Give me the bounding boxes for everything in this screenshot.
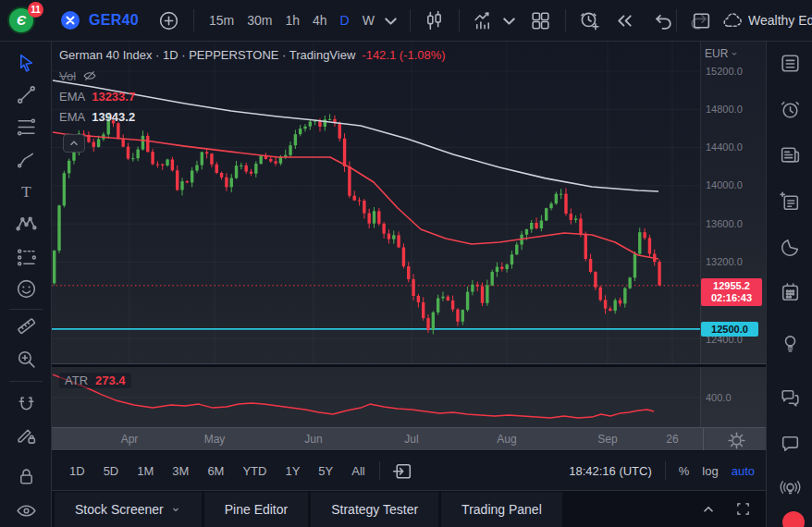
text-notes[interactable] <box>776 188 804 215</box>
public-chats[interactable] <box>776 384 804 411</box>
cloud-sync-icon[interactable] <box>717 5 748 36</box>
log-scale-button[interactable]: log <box>702 464 718 478</box>
tab-pine-editor[interactable]: Pine Editor <box>204 492 308 527</box>
watchlist-icon <box>779 52 802 75</box>
drawing-mode[interactable] <box>12 421 40 448</box>
trend-line-tool[interactable] <box>12 80 40 108</box>
axis-currency[interactable]: EUR <box>705 47 739 60</box>
ema-fast-label[interactable]: EMA <box>59 90 85 104</box>
range-5y[interactable]: 5Y <box>312 460 339 483</box>
ideas-stream[interactable] <box>776 474 804 502</box>
tab-strategy-tester[interactable]: Strategy Tester <box>311 492 438 527</box>
legend-title[interactable]: German 40 Index · 1D · PEPPERSTONE · Tra… <box>59 48 355 62</box>
drawing-mode-icon <box>15 423 38 447</box>
text-tool-icon: T <box>15 180 38 203</box>
price-axis[interactable] <box>700 42 766 427</box>
eye-off-icon[interactable] <box>82 68 97 83</box>
measure-tool[interactable] <box>12 312 40 339</box>
level-price-badge: 12500.0 <box>701 322 758 337</box>
private-chat[interactable] <box>776 430 804 458</box>
forecast-tool-icon <box>15 246 38 269</box>
range-1m[interactable]: 1M <box>130 460 160 483</box>
range-5d[interactable]: 5D <box>97 460 126 483</box>
time-axis-label: Apr <box>121 433 139 446</box>
calendar[interactable] <box>776 278 804 306</box>
timeframe-15m[interactable]: 15m <box>203 9 240 31</box>
ideas[interactable] <box>776 329 804 357</box>
tabs-group: Stock ScreenerPine EditorStrategy Tester… <box>52 491 562 527</box>
timeframe-W[interactable]: W <box>356 9 381 31</box>
magnet-mode[interactable] <box>12 391 40 419</box>
news[interactable] <box>776 141 804 168</box>
collapse-panel-icon[interactable] <box>700 501 717 518</box>
alerts[interactable] <box>776 95 804 123</box>
ema-slow-label[interactable]: EMA <box>59 110 85 124</box>
last-price: 12955.2 <box>713 280 750 292</box>
chart-style-icon[interactable] <box>419 5 450 36</box>
cursor-tool-icon <box>15 52 38 75</box>
range-6m[interactable]: 6M <box>201 460 230 483</box>
bar-replay-icon[interactable] <box>609 5 641 36</box>
layout-name[interactable]: Wealthy Educ... <box>748 13 812 28</box>
range-1y[interactable]: 1Y <box>278 460 306 483</box>
go-to-date-icon[interactable] <box>388 455 419 486</box>
clock[interactable]: 18:42:16 (UTC) <box>569 464 652 478</box>
fullscreen-icon[interactable] <box>735 501 751 517</box>
save-layout-icon[interactable] <box>685 5 717 36</box>
range-1d[interactable]: 1D <box>63 460 92 483</box>
price-axis-label: 13600.0 <box>706 218 743 229</box>
user-avatar[interactable]: Є 11 <box>7 6 35 34</box>
ema-fast-value: 13233.7 <box>92 90 135 104</box>
separator <box>379 461 380 480</box>
symbol-name[interactable]: GER40 <box>89 12 139 29</box>
forecast-tool[interactable] <box>12 243 40 271</box>
hide-drawings[interactable] <box>12 496 40 524</box>
timeframe-D[interactable]: D <box>334 9 356 31</box>
text-notes-icon <box>779 190 802 214</box>
pattern-tool[interactable] <box>12 210 40 238</box>
brush-tool[interactable] <box>12 145 40 173</box>
chart-settings-gear-icon[interactable] <box>725 429 747 451</box>
indicators-icon[interactable] <box>468 5 499 36</box>
auto-scale-button[interactable]: auto <box>732 464 755 478</box>
atr-label[interactable]: ATR <box>65 374 88 387</box>
separator <box>410 9 411 31</box>
separator <box>193 9 194 31</box>
timeframe-4h[interactable]: 4h <box>306 9 334 31</box>
timeframe-chevron-icon[interactable] <box>381 5 401 36</box>
legend-collapse-button[interactable] <box>63 134 85 153</box>
date-range-group: 1D5D1M3M6MYTD1Y5YAll <box>63 460 372 483</box>
watchlist[interactable] <box>776 49 804 77</box>
time-axis-label: Jun <box>304 433 322 446</box>
tab-trading-panel[interactable]: Trading Panel <box>441 492 562 527</box>
compare-add-icon[interactable] <box>154 5 185 36</box>
separator <box>676 9 677 31</box>
timeframe-1h[interactable]: 1h <box>278 9 306 31</box>
zoom-in-tool[interactable] <box>12 345 40 373</box>
price-axis-label: 14000.0 <box>706 179 743 190</box>
tab-stock-screener[interactable]: Stock Screener <box>55 492 202 527</box>
range-all[interactable]: All <box>345 460 371 483</box>
hide-drawings-icon <box>15 499 38 522</box>
layout-grid-icon[interactable] <box>525 5 557 36</box>
separator <box>703 428 704 451</box>
ema-slow-value: 13943.2 <box>92 110 135 124</box>
time-axis-label: 26 <box>666 433 678 446</box>
fib-retracement-tool[interactable] <box>12 113 40 141</box>
lock-drawings[interactable] <box>12 462 40 490</box>
atr-pane[interactable] <box>52 367 700 427</box>
cursor-tool[interactable] <box>12 49 40 77</box>
hotlists[interactable] <box>776 233 804 261</box>
help-notification-blob[interactable] <box>782 511 805 527</box>
emoji-tool-icon <box>15 277 38 300</box>
indicators-chevron-icon[interactable] <box>499 5 520 36</box>
alert-add-icon[interactable] <box>574 5 606 36</box>
range-ytd[interactable]: YTD <box>236 460 273 483</box>
volume-indicator-label[interactable]: Vol <box>59 69 76 83</box>
time-axis[interactable]: AprMayJunJulAugSep26 <box>52 427 766 450</box>
emoji-tool[interactable] <box>12 275 40 302</box>
percent-scale-button[interactable]: % <box>679 464 690 478</box>
text-tool[interactable]: T <box>12 178 40 205</box>
timeframe-30m[interactable]: 30m <box>240 9 278 31</box>
range-3m[interactable]: 3M <box>166 460 195 483</box>
